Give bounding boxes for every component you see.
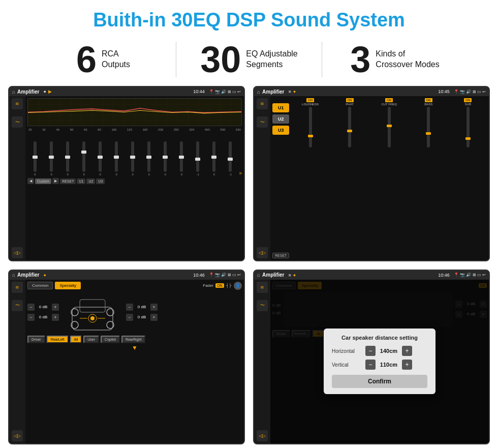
vertical-plus[interactable]: + xyxy=(402,360,412,370)
speaker-sidebar-icon-2[interactable]: ◁▷ xyxy=(257,247,268,258)
slider-track-11[interactable] xyxy=(212,141,215,172)
nav-play-1: ▶ xyxy=(48,89,52,94)
expand-icon[interactable]: » xyxy=(239,170,242,176)
home-icon-4[interactable]: ⌂ xyxy=(257,272,260,278)
slider-thumb-7[interactable] xyxy=(146,156,151,159)
speaker-sidebar-icon[interactable]: ◁▷ xyxy=(12,247,23,258)
cutfreq-on[interactable]: ON xyxy=(385,98,393,102)
fader-label: Fader xyxy=(203,283,213,288)
slider-thumb-11[interactable] xyxy=(211,156,216,159)
speaker-sidebar-icon-3[interactable]: ◁▷ xyxy=(12,430,23,441)
cutfreq-slider[interactable] xyxy=(388,107,391,147)
common-tab[interactable]: Common xyxy=(27,282,53,289)
slider-thumb-6[interactable] xyxy=(130,156,135,159)
db-minus-lb[interactable]: − xyxy=(27,314,35,321)
slider-track-1[interactable] xyxy=(50,141,53,172)
eq-sidebar-icon-2[interactable]: ≋ xyxy=(257,98,268,109)
phat-thumb[interactable] xyxy=(347,130,352,132)
fader-on-badge[interactable]: ON xyxy=(215,283,224,288)
slider-track-9[interactable] xyxy=(180,141,183,172)
u3-select[interactable]: U3 xyxy=(272,126,289,135)
slider-thumb-12[interactable] xyxy=(228,158,233,161)
slider-track-4[interactable] xyxy=(99,141,102,172)
u2-btn[interactable]: U2 xyxy=(86,178,95,184)
slider-track-6[interactable] xyxy=(131,141,134,172)
loudness-on[interactable]: ON xyxy=(306,98,314,102)
reset-btn[interactable]: RESET xyxy=(60,178,76,184)
app-name-2: Amplifier xyxy=(262,89,284,95)
wave-sidebar-icon-3[interactable]: 〜 xyxy=(12,300,23,311)
u2-select[interactable]: U2 xyxy=(272,114,289,124)
specialty-tab[interactable]: Specialty xyxy=(55,282,80,289)
next-btn[interactable]: ▶ xyxy=(52,178,59,184)
home-icon-3[interactable]: ⌂ xyxy=(12,272,15,278)
db-plus-rt[interactable]: + xyxy=(150,304,158,311)
slider-track-2[interactable] xyxy=(66,141,69,172)
speaker-sidebar-icon-4[interactable]: ◁▷ xyxy=(257,430,268,441)
db-minus-rt[interactable]: − xyxy=(126,304,133,311)
rearright-btn[interactable]: RearRight xyxy=(121,336,146,343)
slider-thumb-3[interactable] xyxy=(81,151,86,154)
home-icon-2[interactable]: ⌂ xyxy=(257,89,260,95)
slider-thumb-2[interactable] xyxy=(65,156,70,159)
slider-thumb-1[interactable] xyxy=(49,156,54,159)
slider-track-5[interactable] xyxy=(115,141,118,172)
eq-slider-3: 5 xyxy=(76,141,91,176)
nav-arrows[interactable]: ▼ xyxy=(27,344,242,351)
nav-dot-1: ● xyxy=(43,89,46,94)
u1-select[interactable]: U1 xyxy=(272,103,289,112)
bass-slider[interactable] xyxy=(427,107,430,147)
wave-sidebar-icon-2[interactable]: 〜 xyxy=(257,116,268,128)
loudness-thumb[interactable] xyxy=(308,135,313,137)
loudness-slider[interactable] xyxy=(309,107,312,147)
cutfreq-thumb[interactable] xyxy=(387,125,392,127)
eq-sidebar-icon-3[interactable]: ≋ xyxy=(12,282,23,293)
wave-sidebar-icon[interactable]: 〜 xyxy=(12,116,23,128)
custom-btn[interactable]: Custom xyxy=(35,178,51,184)
db-plus-rb[interactable]: + xyxy=(150,314,158,321)
slider-track-3[interactable] xyxy=(82,141,85,172)
phat-label: PHAT xyxy=(346,103,354,106)
slider-thumb-5[interactable] xyxy=(114,156,119,159)
sub-thumb[interactable] xyxy=(465,137,471,140)
slider-track-0[interactable] xyxy=(34,141,37,172)
eq-sidebar-icon-4[interactable]: ≋ xyxy=(257,282,268,293)
prev-btn[interactable]: ◀ xyxy=(27,178,34,184)
sub-on[interactable]: ON xyxy=(464,98,472,102)
db-plus-lt[interactable]: + xyxy=(52,304,59,311)
u3-btn[interactable]: U3 xyxy=(96,178,105,184)
db-minus-rb[interactable]: − xyxy=(126,314,133,321)
reset-btn-2[interactable]: RESET xyxy=(272,253,289,258)
vertical-minus[interactable]: − xyxy=(365,360,376,370)
slider-track-7[interactable] xyxy=(147,141,150,172)
wave-sidebar-icon-4[interactable]: 〜 xyxy=(257,300,268,311)
bass-on[interactable]: ON xyxy=(425,98,432,102)
stat-eq: 30 EQ Adjustable Segments xyxy=(176,41,322,78)
time-2: 10:45 xyxy=(438,89,450,94)
bass-thumb[interactable] xyxy=(426,132,431,135)
vertical-label: Vertical xyxy=(332,362,362,368)
db-plus-lb[interactable]: + xyxy=(52,314,59,321)
driver-btn[interactable]: Driver xyxy=(27,336,45,343)
eq-sidebar-icon[interactable]: ≋ xyxy=(12,98,23,109)
eq-bottom-bar: ◀ Custom ▶ RESET U1 U2 U3 xyxy=(25,177,244,185)
slider-thumb-0[interactable] xyxy=(33,156,38,159)
horizontal-plus[interactable]: + xyxy=(402,346,412,356)
slider-thumb-9[interactable] xyxy=(179,156,184,159)
nav-dot-2b: ● xyxy=(293,89,296,94)
slider-track-10[interactable] xyxy=(196,141,199,172)
eq-slider-8: 0 xyxy=(158,141,173,176)
phat-slider[interactable] xyxy=(348,107,351,147)
slider-track-8[interactable] xyxy=(164,141,167,172)
slider-thumb-8[interactable] xyxy=(163,156,168,159)
slider-track-12[interactable] xyxy=(229,141,232,172)
slider-thumb-10[interactable] xyxy=(195,158,200,161)
sub-slider[interactable] xyxy=(466,107,470,147)
home-icon-1[interactable]: ⌂ xyxy=(12,89,15,95)
confirm-button[interactable]: Confirm xyxy=(332,375,427,388)
slider-thumb-4[interactable] xyxy=(98,156,103,159)
phat-on[interactable]: ON xyxy=(346,98,354,102)
horizontal-minus[interactable]: − xyxy=(365,346,376,356)
u1-btn[interactable]: U1 xyxy=(77,178,85,184)
db-minus-lt[interactable]: − xyxy=(27,304,35,311)
